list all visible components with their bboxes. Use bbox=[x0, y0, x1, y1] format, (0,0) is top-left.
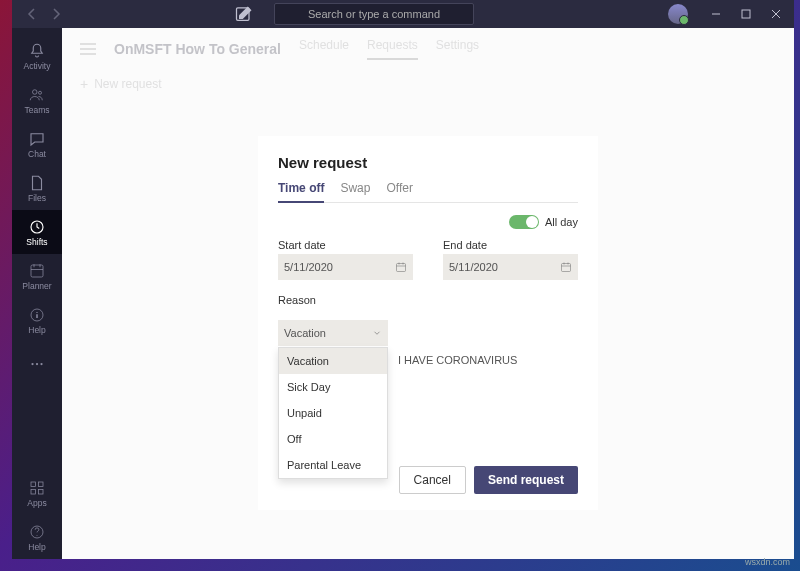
teams-icon bbox=[28, 86, 46, 104]
svg-point-6 bbox=[39, 91, 42, 94]
apps-icon bbox=[28, 479, 46, 497]
dialog-tab-swap[interactable]: Swap bbox=[340, 181, 370, 202]
forward-button[interactable] bbox=[48, 6, 64, 22]
svg-point-10 bbox=[31, 363, 33, 365]
more-icon bbox=[28, 355, 46, 373]
send-request-button[interactable]: Send request bbox=[474, 466, 578, 494]
search-input[interactable]: Search or type a command bbox=[274, 3, 474, 25]
allday-toggle[interactable] bbox=[509, 215, 539, 229]
dropdown-option[interactable]: Sick Day bbox=[279, 374, 387, 400]
reason-select[interactable]: Vacation bbox=[278, 320, 388, 346]
end-date-label: End date bbox=[443, 239, 578, 251]
minimize-button[interactable] bbox=[702, 2, 730, 26]
maximize-button[interactable] bbox=[732, 2, 760, 26]
start-date-label: Start date bbox=[278, 239, 413, 251]
reason-value: Vacation bbox=[284, 327, 326, 339]
reason-label: Reason bbox=[278, 294, 578, 306]
chevron-down-icon bbox=[372, 328, 382, 338]
compose-icon[interactable] bbox=[234, 4, 254, 24]
svg-point-5 bbox=[33, 89, 38, 94]
files-icon bbox=[28, 174, 46, 192]
svg-point-12 bbox=[40, 363, 42, 365]
rail-planner[interactable]: Planner bbox=[12, 254, 62, 298]
dropdown-option[interactable]: Vacation bbox=[279, 348, 387, 374]
rail-label: Shifts bbox=[26, 237, 47, 247]
rail-activity[interactable]: Activity bbox=[12, 34, 62, 78]
svg-rect-16 bbox=[39, 489, 44, 494]
dropdown-option[interactable]: Off bbox=[279, 426, 387, 452]
watermark: wsxdn.com bbox=[745, 557, 790, 567]
rail-label: Help bbox=[28, 542, 45, 552]
rail-shifts[interactable]: Shifts bbox=[12, 210, 62, 254]
end-date-input[interactable]: 5/11/2020 bbox=[443, 254, 578, 280]
end-date-value: 5/11/2020 bbox=[449, 261, 498, 273]
svg-point-11 bbox=[36, 363, 38, 365]
svg-rect-14 bbox=[39, 482, 44, 487]
rail-chat[interactable]: Chat bbox=[12, 122, 62, 166]
search-placeholder: Search or type a command bbox=[308, 8, 440, 20]
dropdown-option[interactable]: Unpaid bbox=[279, 400, 387, 426]
note-text: I HAVE CORONAVIRUS bbox=[398, 354, 517, 366]
dropdown-option[interactable]: Parental Leave bbox=[279, 452, 387, 478]
titlebar: Search or type a command bbox=[12, 0, 794, 28]
svg-rect-18 bbox=[397, 264, 406, 272]
shifts-icon bbox=[28, 218, 46, 236]
svg-rect-2 bbox=[742, 10, 750, 18]
svg-rect-19 bbox=[562, 264, 571, 272]
chat-icon bbox=[28, 130, 46, 148]
rail-help-bottom[interactable]: Help bbox=[12, 515, 62, 559]
rail-label: Chat bbox=[28, 149, 46, 159]
app-rail: Activity Teams Chat Files Shifts Planner bbox=[12, 28, 62, 559]
start-date-value: 5/11/2020 bbox=[284, 261, 333, 273]
help-icon bbox=[28, 523, 46, 541]
allday-label: All day bbox=[545, 216, 578, 228]
cancel-button[interactable]: Cancel bbox=[399, 466, 466, 494]
planner-icon bbox=[28, 262, 46, 280]
rail-label: Files bbox=[28, 193, 46, 203]
rail-more[interactable] bbox=[12, 342, 62, 386]
rail-files[interactable]: Files bbox=[12, 166, 62, 210]
rail-label: Apps bbox=[27, 498, 46, 508]
rail-teams[interactable]: Teams bbox=[12, 78, 62, 122]
dialog-title: New request bbox=[278, 154, 578, 171]
rail-apps[interactable]: Apps bbox=[12, 471, 62, 515]
rail-label: Teams bbox=[24, 105, 49, 115]
calendar-icon bbox=[395, 261, 407, 273]
info-icon bbox=[28, 306, 46, 324]
calendar-icon bbox=[560, 261, 572, 273]
rail-help[interactable]: Help bbox=[12, 298, 62, 342]
rail-label: Activity bbox=[24, 61, 51, 71]
dialog-tab-offer[interactable]: Offer bbox=[386, 181, 412, 202]
svg-rect-15 bbox=[31, 489, 36, 494]
bell-icon bbox=[28, 42, 46, 60]
start-date-input[interactable]: 5/11/2020 bbox=[278, 254, 413, 280]
back-button[interactable] bbox=[24, 6, 40, 22]
rail-label: Planner bbox=[22, 281, 51, 291]
svg-rect-8 bbox=[31, 265, 43, 277]
dialog-tab-timeoff[interactable]: Time off bbox=[278, 181, 324, 203]
svg-rect-13 bbox=[31, 482, 36, 487]
close-button[interactable] bbox=[762, 2, 790, 26]
avatar[interactable] bbox=[668, 4, 688, 24]
rail-label: Help bbox=[28, 325, 45, 335]
reason-dropdown: Vacation Sick Day Unpaid Off Parental Le… bbox=[278, 347, 388, 479]
new-request-dialog: New request Time off Swap Offer All day … bbox=[258, 136, 598, 510]
